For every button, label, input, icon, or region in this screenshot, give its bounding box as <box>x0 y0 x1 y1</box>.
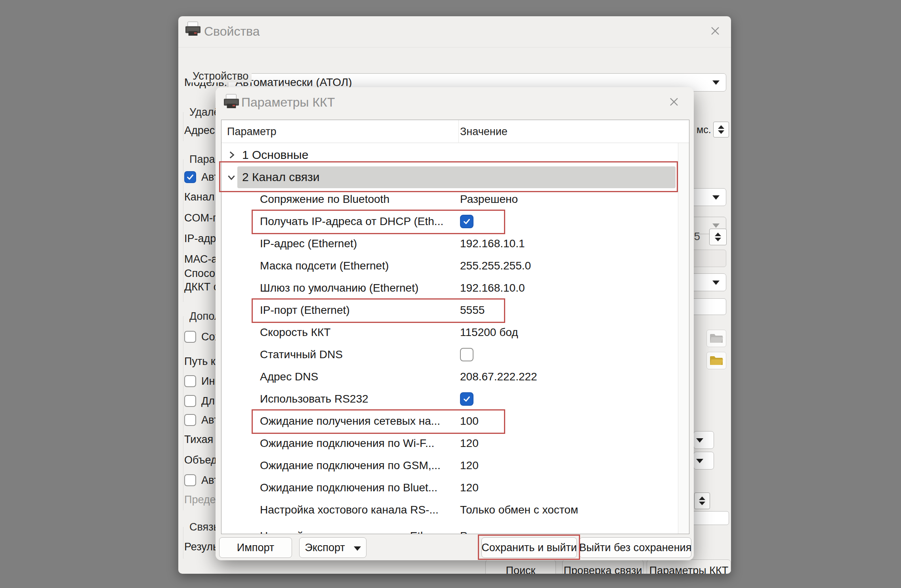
table-row[interactable]: Ожидание получения сетевых на...100 <box>221 410 677 432</box>
chevron-down-icon <box>696 438 703 443</box>
param-label: Ожидание получения сетевых на... <box>260 410 440 432</box>
import-button[interactable]: Импорт <box>219 537 292 558</box>
param-label: IP-адрес (Ethernet) <box>260 233 357 255</box>
chevron-down-icon <box>712 80 720 85</box>
param-value: 255.255.255.0 <box>460 255 531 277</box>
param-value: Только обмен с хостом <box>460 499 578 521</box>
chevron-down-icon <box>354 546 361 551</box>
left-checkbox: Дл <box>184 393 215 409</box>
table-header: Параметр Значение <box>221 120 689 143</box>
folder-icon <box>710 333 723 344</box>
close-icon[interactable] <box>708 24 722 38</box>
param-value: 120 <box>460 432 479 454</box>
spinner-partial[interactable] <box>694 493 710 509</box>
window-titlebar: Свойства <box>178 16 731 48</box>
left-checkbox: Авт <box>184 412 219 428</box>
left-label: Объед <box>184 452 217 468</box>
left-checkbox: Авт <box>184 169 219 185</box>
window-button[interactable]: Проверка связи <box>562 559 643 574</box>
params-table: Параметр Значение 1 Основные2 Канал связ… <box>221 120 689 534</box>
ms-unit-label: мс. <box>697 122 711 137</box>
checkbox[interactable] <box>460 392 473 406</box>
left-label: Дл <box>201 395 215 407</box>
browse-folder-button-disabled <box>706 330 726 347</box>
left-label: Путь к <box>184 353 216 369</box>
param-value: 115200 бод <box>460 321 518 344</box>
left-label: Адрес <box>184 122 215 138</box>
param-label: Получать IP-адреса от DHCP (Eth... <box>260 210 443 233</box>
table-row[interactable]: Адрес DNS208.67.222.222 <box>221 366 677 388</box>
kkt-params-dialog: Параметры ККТ Параметр Значение 1 Основн… <box>216 87 694 560</box>
left-label: МАС-а <box>184 251 217 267</box>
checkbox[interactable] <box>184 414 196 426</box>
param-label: 2 Канал связи <box>242 166 320 188</box>
table-row[interactable]: Использовать RS232 <box>221 388 677 410</box>
param-value: Р... <box>460 525 475 534</box>
param-label: Статичный DNS <box>260 344 343 366</box>
chevron-down-icon <box>712 195 720 200</box>
table-row[interactable]: Статичный DNS <box>221 344 677 366</box>
window-button[interactable]: Параметры ККТ <box>647 559 731 574</box>
checkbox[interactable] <box>184 171 196 183</box>
table-row[interactable]: Шлюз по умолчанию (Ethernet)192.168.10.0 <box>221 277 677 299</box>
folder-icon <box>710 355 723 366</box>
table-row[interactable]: Ожидание подключения по Wi-F...120 <box>221 432 677 454</box>
left-checkbox: Сох <box>184 329 220 345</box>
screen: Свойства Устройство Модель: Автоматическ… <box>0 0 901 588</box>
left-checkbox: Авт <box>184 472 219 488</box>
checkbox[interactable] <box>460 215 473 228</box>
device-group-label: Устройство <box>189 70 252 82</box>
checkbox[interactable] <box>184 474 196 486</box>
param-value: Разрешено <box>460 188 518 210</box>
param-value: 192.168.10.0 <box>460 277 525 299</box>
window-title: Свойства <box>204 16 260 46</box>
left-group-label: Связь <box>189 519 219 535</box>
window-button[interactable]: Поиск <box>485 559 556 574</box>
browse-folder-button[interactable] <box>706 352 726 369</box>
left-label: Тихая <box>184 431 213 447</box>
ip-port-spinner[interactable] <box>709 229 727 245</box>
printer-icon <box>185 21 201 38</box>
table-row[interactable]: 1 Основные <box>221 144 677 166</box>
param-value: 5555 <box>460 299 485 321</box>
close-icon[interactable] <box>667 95 681 109</box>
table-row[interactable]: Сопряжение по BluetoothРазрешено <box>221 188 677 210</box>
scrollbar-track[interactable] <box>678 143 689 534</box>
table-row[interactable]: IP-порт (Ethernet)5555 <box>221 299 677 321</box>
param-label: Настройки хостового канала Eth... <box>260 525 436 534</box>
table-row[interactable]: Ожидание подключения по Bluet...120 <box>221 477 677 499</box>
param-label: Использовать RS232 <box>260 388 368 410</box>
chevron-right-icon[interactable] <box>226 150 237 160</box>
param-label: 1 Основные <box>242 144 308 166</box>
param-label: Ожидание подключения по Bluet... <box>260 477 437 499</box>
combobox-partial[interactable] <box>693 431 714 449</box>
table-row[interactable]: Ожидание подключения по GSM,...120 <box>221 454 677 477</box>
table-row[interactable]: Настройка хостового канала RS-...Только … <box>221 499 677 521</box>
chevron-down-icon <box>712 281 720 285</box>
export-button[interactable]: Экспорт <box>299 537 367 558</box>
ms-spinner[interactable] <box>713 122 729 137</box>
param-label: Адрес DNS <box>260 366 318 388</box>
checkbox[interactable] <box>460 348 473 361</box>
table-row[interactable]: Маска подсети (Ethernet)255.255.255.0 <box>221 255 677 277</box>
param-value: 192.168.10.1 <box>460 233 525 255</box>
combobox-partial[interactable] <box>693 452 714 470</box>
table-row[interactable]: Настройки хостового канала Eth...Р... <box>221 525 677 534</box>
printer-icon <box>223 94 239 111</box>
table-row[interactable]: Получать IP-адреса от DHCP (Eth... <box>221 210 677 233</box>
param-value: 208.67.222.222 <box>460 366 537 388</box>
exit-no-save-button[interactable]: Выйти без сохранения <box>579 537 691 558</box>
table-row[interactable]: Скорость ККТ115200 бод <box>221 321 677 344</box>
checkbox[interactable] <box>184 395 196 407</box>
param-label: IP-порт (Ethernet) <box>260 299 350 321</box>
param-value: 120 <box>460 477 479 499</box>
table-row[interactable]: IP-адрес (Ethernet)192.168.10.1 <box>221 233 677 255</box>
chevron-down-icon[interactable] <box>226 172 237 182</box>
table-row[interactable]: 2 Канал связи <box>221 166 677 188</box>
column-param: Параметр <box>227 120 277 143</box>
param-label: Сопряжение по Bluetooth <box>260 188 389 210</box>
dialog-title: Параметры ККТ <box>241 87 335 117</box>
checkbox[interactable] <box>184 375 196 387</box>
param-label: Маска подсети (Ethernet) <box>260 255 389 277</box>
checkbox[interactable] <box>184 331 196 343</box>
